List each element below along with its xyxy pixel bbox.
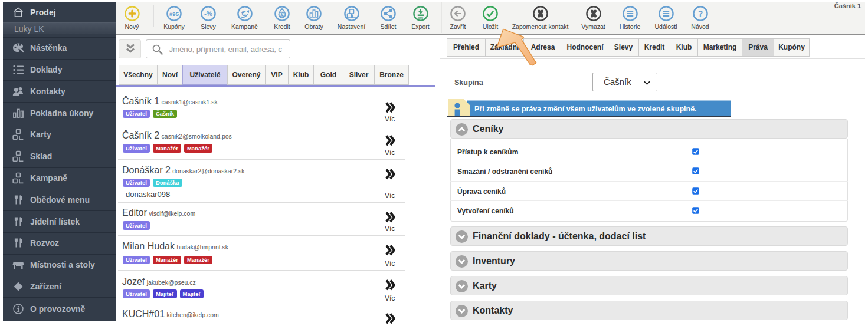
- svg-text:Při změně se práva změní všem: Při změně se práva změní všem uživatelům…: [474, 105, 697, 113]
- svg-text:?: ?: [697, 9, 703, 18]
